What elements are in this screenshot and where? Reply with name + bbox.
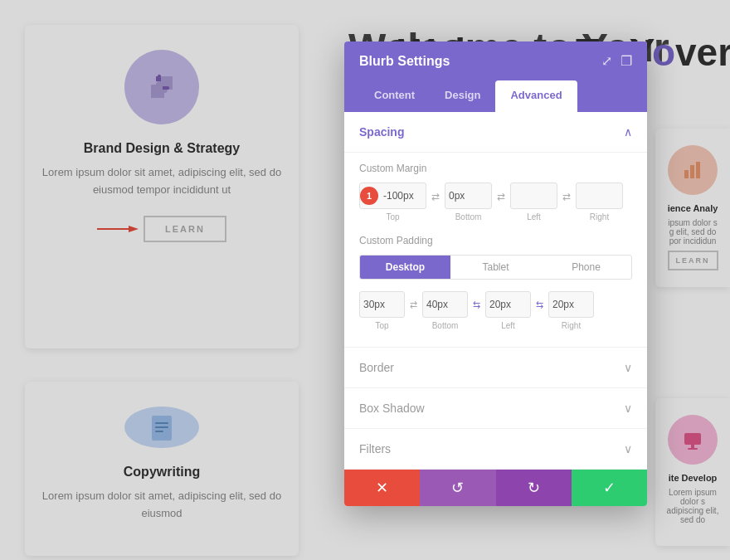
confirm-button[interactable]: ✓: [572, 470, 647, 506]
padding-link-1[interactable]: ⇄: [410, 291, 417, 330]
margin-left-field: [510, 183, 557, 209]
padding-bottom-group: Bottom: [422, 291, 468, 330]
border-chevron-down-icon: ∨: [624, 361, 632, 374]
collapse-icon[interactable]: ❐: [620, 53, 632, 69]
box-shadow-section: Box Shadow ∨: [344, 388, 647, 429]
margin-bottom-field: [445, 183, 492, 209]
modal-title: Blurb Settings: [359, 54, 450, 69]
padding-left-group: Left: [485, 291, 531, 330]
modal-body: Spacing ∧ Custom Margin 1 Top: [344, 112, 647, 470]
padding-right-label: Right: [562, 321, 581, 330]
padding-link-2[interactable]: ⇆: [473, 291, 480, 330]
redo-button[interactable]: ↻: [496, 470, 572, 506]
cancel-icon: ✕: [376, 479, 388, 497]
spacing-section: Spacing ∧ Custom Margin 1 Top: [344, 112, 647, 348]
padding-link-3[interactable]: ⇆: [536, 291, 543, 330]
undo-button[interactable]: ↺: [420, 470, 495, 506]
tab-advanced[interactable]: Advanced: [495, 80, 577, 112]
tab-design[interactable]: Design: [430, 80, 495, 112]
box-shadow-chevron-down-icon: ∨: [624, 402, 632, 415]
padding-bottom-field: [422, 291, 468, 318]
spacing-section-title: Spacing: [359, 125, 404, 139]
device-tab-tablet[interactable]: Tablet: [450, 256, 541, 279]
margin-bottom-input[interactable]: [445, 190, 491, 202]
border-section: Border ∨: [344, 348, 647, 388]
filters-section: Filters ∨: [344, 429, 647, 470]
device-tab-phone[interactable]: Phone: [541, 256, 631, 279]
margin-right-field: [576, 183, 623, 209]
custom-margin-label: Custom Margin: [359, 163, 632, 174]
margin-top-field: 1: [359, 183, 426, 209]
undo-icon: ↺: [451, 479, 464, 497]
box-shadow-section-header[interactable]: Box Shadow ∨: [344, 388, 647, 428]
filters-section-header[interactable]: Filters ∨: [344, 429, 647, 469]
blurb-settings-modal: Blurb Settings ⤢ ❐ Content Design Advanc…: [344, 41, 647, 506]
margin-badge: 1: [360, 187, 378, 205]
margin-bottom-group: Bottom: [445, 183, 492, 222]
filters-chevron-down-icon: ∨: [624, 442, 632, 455]
padding-bottom-input[interactable]: [426, 299, 464, 310]
custom-padding-label: Custom Padding: [359, 235, 632, 246]
modal-header-icons: ⤢ ❐: [601, 53, 632, 69]
margin-left-input[interactable]: [511, 190, 557, 202]
spacing-section-body: Custom Margin 1 Top ⇄: [344, 153, 647, 348]
padding-top-label: Top: [375, 321, 388, 330]
cancel-button[interactable]: ✕: [344, 470, 420, 506]
border-section-title: Border: [359, 361, 394, 374]
margin-right-label: Right: [590, 212, 609, 222]
margin-right-input[interactable]: [577, 190, 622, 202]
padding-left-input[interactable]: [489, 299, 527, 310]
margin-top-input[interactable]: [380, 190, 426, 202]
border-section-header[interactable]: Border ∨: [344, 348, 647, 387]
padding-top-group: Top: [359, 291, 405, 330]
expand-icon[interactable]: ⤢: [601, 53, 612, 69]
box-shadow-section-title: Box Shadow: [359, 402, 425, 415]
padding-right-group: Right: [548, 291, 594, 330]
redo-icon: ↻: [528, 479, 540, 497]
modal-footer: ✕ ↺ ↻ ✓: [344, 470, 647, 506]
padding-top-field: [359, 291, 405, 318]
spacing-section-header[interactable]: Spacing ∧: [344, 112, 647, 153]
filters-section-title: Filters: [359, 442, 391, 455]
margin-right-group: Right: [576, 183, 623, 222]
device-tab-desktop[interactable]: Desktop: [360, 256, 450, 279]
confirm-icon: ✓: [603, 479, 616, 497]
margin-left-label: Left: [527, 212, 541, 222]
padding-right-input[interactable]: [552, 299, 590, 310]
margin-link-icon-3[interactable]: ⇄: [562, 183, 571, 222]
margin-top-group: 1 Top: [359, 183, 426, 222]
margin-link-icon-2[interactable]: ⇄: [497, 183, 505, 222]
modal-tabs: Content Design Advanced: [344, 80, 647, 112]
padding-fields-row: Top ⇄ Bottom ⇆: [359, 291, 632, 330]
margin-left-group: Left: [510, 183, 557, 222]
margin-bottom-label: Bottom: [455, 212, 482, 222]
padding-top-input[interactable]: [363, 299, 401, 310]
tab-content[interactable]: Content: [359, 80, 430, 112]
spacing-chevron-up-icon: ∧: [624, 125, 632, 139]
device-tabs: Desktop Tablet Phone: [359, 255, 632, 280]
margin-top-label: Top: [386, 212, 399, 222]
padding-left-field: [485, 291, 531, 318]
modal-header: Blurb Settings ⤢ ❐: [344, 41, 647, 80]
padding-bottom-label: Bottom: [432, 321, 459, 330]
margin-link-icon-1[interactable]: ⇄: [431, 183, 440, 222]
padding-left-label: Left: [501, 321, 515, 330]
margin-fields-row: 1 Top ⇄ Bottom: [359, 183, 632, 222]
padding-right-field: [548, 291, 594, 318]
